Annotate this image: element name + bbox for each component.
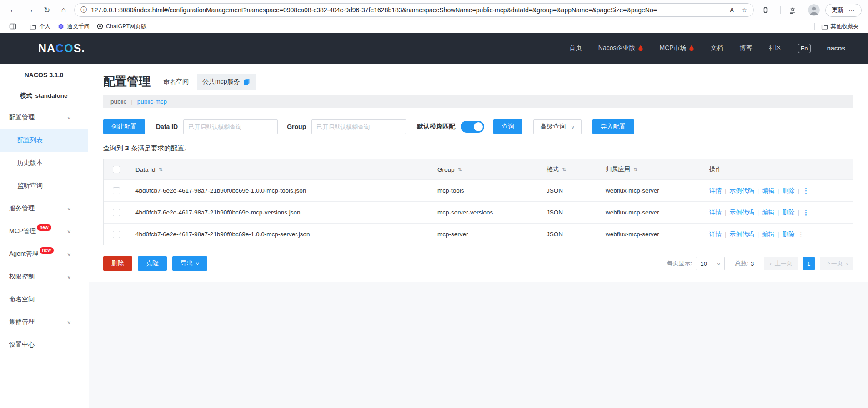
sidebar-item-namespace[interactable]: 命名空间 (0, 288, 88, 311)
sidebar-item-service-management[interactable]: 服务管理 ∨ (0, 197, 88, 220)
export-button[interactable]: 导出 ∨ (172, 256, 207, 271)
row-checkbox[interactable] (113, 231, 120, 238)
column-group[interactable]: Group⇅ (431, 159, 540, 179)
read-aloud-icon[interactable]: A (726, 7, 738, 14)
user-menu[interactable]: nacos (827, 45, 845, 52)
favorite-star-icon[interactable]: ☆ (738, 6, 751, 14)
nav-community[interactable]: 社区 (769, 44, 782, 52)
cell-actions: 详情|示例代码|编辑|删除|⋮ (703, 180, 853, 201)
bookmark-chatgpt[interactable]: ChatGPT网页版 (93, 22, 151, 31)
nav-home[interactable]: 首页 (569, 44, 582, 52)
action-delete[interactable]: 删除 (783, 209, 795, 217)
column-data-id[interactable]: Data Id⇅ (129, 159, 431, 179)
refresh-button[interactable]: ↻ (40, 3, 54, 17)
create-config-button[interactable]: 创建配置 (103, 119, 145, 134)
action-delete[interactable]: 删除 (783, 230, 795, 239)
screen: ← → ↻ ⌂ ⓘ 127.0.0.1:8080/index.html#/con… (0, 0, 868, 408)
profile-avatar[interactable] (808, 4, 820, 16)
action-edit[interactable]: 编辑 (762, 187, 774, 195)
site-info-icon[interactable]: ⓘ (80, 6, 87, 14)
sort-icon[interactable]: ⇅ (159, 167, 163, 173)
breadcrumb: public | public-mcp (103, 95, 853, 108)
browser-toolbar: ← → ↻ ⌂ ⓘ 127.0.0.1:8080/index.html#/con… (0, 0, 868, 20)
sidebar-item-cluster-management[interactable]: 集群管理 ∨ (0, 311, 88, 333)
clone-button[interactable]: 克隆 (138, 256, 167, 271)
home-button[interactable]: ⌂ (57, 3, 70, 17)
column-app[interactable]: 归属应用⇅ (599, 159, 703, 179)
fuzzy-match-toggle[interactable] (461, 121, 484, 133)
sidebar-item-agent-management[interactable]: Agent管理 new ∨ (0, 243, 88, 265)
action-sample-code[interactable]: 示例代码 (730, 230, 754, 239)
batch-delete-button[interactable]: 删除 (103, 256, 132, 271)
nav-blog[interactable]: 博客 (740, 44, 753, 52)
action-details[interactable]: 详情 (709, 209, 722, 217)
namespace-tab[interactable]: 公共mcp服务 (197, 74, 256, 90)
copy-icon[interactable] (243, 78, 250, 85)
qwen-icon (58, 23, 64, 30)
select-all-checkbox[interactable] (113, 166, 120, 173)
sort-icon[interactable]: ⇅ (458, 167, 462, 173)
action-sample-code[interactable]: 示例代码 (730, 209, 754, 217)
browser-menu-icon[interactable]: ⋯ (848, 6, 855, 14)
extensions-icon[interactable] (758, 3, 772, 17)
action-details[interactable]: 详情 (709, 187, 722, 195)
table-row: 4bd0fcb7-6e2e-4617-98a7-21b90f0bc69e-mcp… (104, 201, 853, 223)
more-actions-icon[interactable]: ⋮ (803, 187, 809, 195)
breadcrumb-namespace[interactable]: public (110, 98, 126, 105)
action-details[interactable]: 详情 (709, 230, 722, 239)
search-button[interactable]: 查询 (493, 119, 522, 134)
action-sample-code[interactable]: 示例代码 (730, 187, 754, 195)
more-actions-icon[interactable]: ⋮ (803, 209, 809, 217)
action-edit[interactable]: 编辑 (762, 230, 774, 239)
sidebar-item-config-list[interactable]: 配置列表 (0, 129, 88, 152)
separator: | (758, 209, 759, 216)
chevron-down-icon: ∨ (571, 124, 575, 129)
chevron-down-icon: ∨ (67, 252, 71, 257)
group-input[interactable] (311, 119, 406, 134)
sidebar-toggle-icon[interactable] (5, 22, 20, 31)
language-toggle[interactable]: En (798, 44, 811, 53)
nav-docs[interactable]: 文档 (711, 44, 723, 52)
sidebar-item-mcp-management[interactable]: MCP管理 new ∨ (0, 220, 88, 243)
result-count: 3 (125, 144, 129, 152)
nacos-logo[interactable]: NACOS. (38, 42, 85, 55)
config-panel: 配置管理 命名空间 公共mcp服务 public | public-mcp 创建… (89, 64, 868, 282)
bookmark-qwen[interactable]: 通义千问 (54, 22, 93, 31)
nav-enterprise[interactable]: Nacos企业版 (598, 44, 643, 52)
prev-page-button[interactable]: ‹ 上一页 (764, 257, 798, 270)
column-format[interactable]: 格式⇅ (540, 159, 599, 179)
config-table: Data Id⇅ Group⇅ 格式⇅ 归属应用⇅ 操作 4bd0fcb7-6e… (103, 159, 853, 245)
toolbar-right: 更新 ⋯ (758, 3, 862, 17)
page-size-select[interactable]: 10 ∨ (696, 257, 725, 270)
sidebar-item-history-versions[interactable]: 历史版本 (0, 152, 88, 174)
header-nav: 首页 Nacos企业版 MCP市场 文档 博客 社区 En nacos (569, 44, 845, 53)
nav-mcp-market[interactable]: MCP市场 (660, 44, 694, 52)
sidebar-item-permission-control[interactable]: 权限控制 ∨ (0, 265, 88, 288)
row-checkbox[interactable] (113, 187, 120, 194)
collections-icon[interactable] (786, 3, 799, 17)
other-favorites-folder[interactable]: 其他收藏夹 (818, 22, 863, 31)
folder-icon (30, 24, 36, 30)
bookmark-personal-folder[interactable]: 个人 (26, 22, 54, 31)
page-1-button[interactable]: 1 (803, 257, 815, 270)
action-delete[interactable]: 删除 (783, 187, 795, 195)
sort-icon[interactable]: ⇅ (633, 167, 637, 173)
advanced-query-dropdown[interactable]: 高级查询 ∨ (533, 119, 581, 134)
breadcrumb-current[interactable]: public-mcp (137, 98, 167, 105)
url-text[interactable]: 127.0.0.1:8080/index.html#/configuration… (91, 6, 726, 14)
import-config-button[interactable]: 导入配置 (592, 119, 634, 134)
address-bar[interactable]: ⓘ 127.0.0.1:8080/index.html#/configurati… (74, 3, 754, 17)
action-edit[interactable]: 编辑 (762, 209, 774, 217)
next-page-button[interactable]: 下一页 › (820, 257, 853, 270)
sidebar-item-config-management[interactable]: 配置管理 ∨ (0, 106, 88, 129)
sort-icon[interactable]: ⇅ (562, 167, 566, 173)
bookmark-label: 其他收藏夹 (831, 23, 859, 30)
forward-button[interactable]: → (23, 3, 37, 17)
data-id-input[interactable] (183, 119, 278, 134)
sidebar-item-settings-center[interactable]: 设置中心 (0, 333, 88, 356)
row-checkbox[interactable] (113, 209, 120, 216)
cell-actions: 详情|示例代码|编辑|删除⋮ (703, 224, 853, 245)
sidebar-item-listening-query[interactable]: 监听查询 (0, 174, 88, 197)
back-button[interactable]: ← (6, 3, 20, 17)
browser-update-button[interactable]: 更新 ⋯ (825, 4, 862, 17)
